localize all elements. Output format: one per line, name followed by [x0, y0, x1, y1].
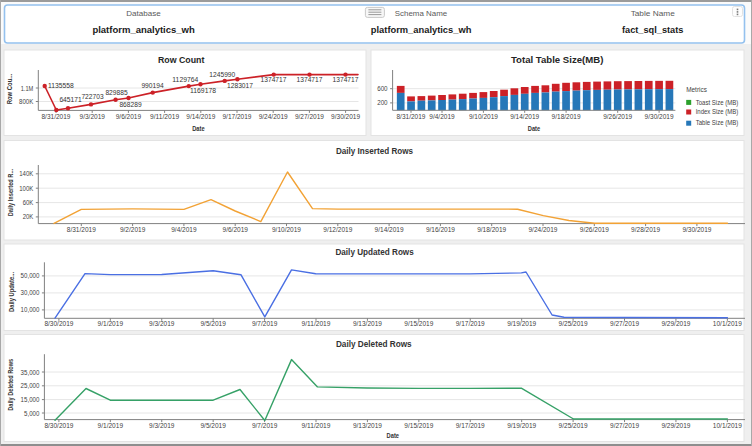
svg-text:10,000: 10,000 — [21, 306, 40, 313]
svg-text:9/26/2019: 9/26/2019 — [603, 113, 632, 120]
svg-text:1129764: 1129764 — [172, 76, 198, 83]
svg-text:Date: Date — [528, 125, 540, 132]
svg-text:Database: Database — [126, 9, 161, 18]
svg-text:645171: 645171 — [59, 96, 81, 103]
svg-text:Schema Name: Schema Name — [395, 9, 448, 18]
svg-text:9/3/2019: 9/3/2019 — [80, 113, 105, 120]
svg-text:1135558: 1135558 — [48, 82, 74, 89]
svg-text:Total Table Size(MB): Total Table Size(MB) — [511, 55, 604, 65]
svg-text:1374717: 1374717 — [333, 76, 359, 83]
svg-text:9/10/2019: 9/10/2019 — [469, 113, 498, 120]
svg-text:30,000: 30,000 — [21, 289, 40, 296]
svg-text:9/2/2019: 9/2/2019 — [120, 226, 145, 233]
svg-text:1283017: 1283017 — [227, 82, 253, 89]
svg-text:20K: 20K — [23, 213, 34, 220]
svg-text:Table Size (MB): Table Size (MB) — [696, 119, 739, 127]
svg-text:15,000: 15,000 — [21, 396, 40, 403]
svg-text:1245990: 1245990 — [209, 71, 235, 78]
svg-text:8/31/2019: 8/31/2019 — [42, 113, 71, 120]
svg-text:35,000: 35,000 — [21, 369, 40, 376]
svg-text:9/17/2019: 9/17/2019 — [456, 320, 485, 327]
svg-text:Date: Date — [387, 432, 399, 439]
svg-text:9/19/2019: 9/19/2019 — [507, 320, 536, 327]
svg-text:Index Size (MB): Index Size (MB) — [696, 108, 739, 116]
svg-text:9/6/2019: 9/6/2019 — [223, 226, 248, 233]
svg-text:9/13/2019: 9/13/2019 — [353, 320, 382, 327]
svg-text:1.1M: 1.1M — [21, 85, 34, 92]
svg-text:Daily Inserted R...: Daily Inserted R... — [7, 169, 15, 217]
svg-text:Row Cou...: Row Cou... — [6, 74, 13, 105]
svg-text:9/11/2019: 9/11/2019 — [302, 320, 331, 327]
svg-text:10/1/2019: 10/1/2019 — [713, 422, 742, 429]
svg-text:Date: Date — [192, 125, 204, 132]
svg-text:platform_analytics_wh: platform_analytics_wh — [92, 24, 195, 35]
svg-text:9/10/2019: 9/10/2019 — [272, 226, 301, 233]
svg-text:8/30/2019: 8/30/2019 — [44, 320, 73, 327]
svg-text:Daily Deleted Rows: Daily Deleted Rows — [336, 339, 412, 349]
svg-text:9/14/2019: 9/14/2019 — [186, 113, 215, 120]
svg-text:9/18/2019: 9/18/2019 — [477, 226, 506, 233]
svg-text:Daily Update...: Daily Update... — [8, 272, 16, 312]
svg-text:9/1/2019: 9/1/2019 — [98, 320, 123, 327]
svg-text:9/24/2019: 9/24/2019 — [529, 226, 558, 233]
svg-text:9/19/2019: 9/19/2019 — [507, 422, 536, 429]
svg-text:9/4/2019: 9/4/2019 — [429, 113, 454, 120]
svg-text:platform_analytics_wh: platform_analytics_wh — [371, 24, 472, 35]
svg-text:9/27/2019: 9/27/2019 — [295, 113, 324, 120]
svg-text:9/5/2019: 9/5/2019 — [200, 422, 225, 429]
svg-text:9/1/2019: 9/1/2019 — [98, 422, 123, 429]
svg-text:829885: 829885 — [105, 89, 127, 96]
svg-text:9/7/2019: 9/7/2019 — [252, 320, 277, 327]
svg-text:9/5/2019: 9/5/2019 — [200, 320, 225, 327]
svg-text:9/29/2019: 9/29/2019 — [661, 422, 690, 429]
svg-text:8/30/2019: 8/30/2019 — [44, 422, 73, 429]
svg-text:9/28/2019: 9/28/2019 — [631, 226, 660, 233]
svg-text:9/13/2019: 9/13/2019 — [353, 422, 382, 429]
svg-text:9/30/2019: 9/30/2019 — [682, 226, 711, 233]
svg-text:Daily Inserted Rows: Daily Inserted Rows — [336, 146, 413, 156]
svg-text:9/14/2019: 9/14/2019 — [510, 113, 539, 120]
svg-text:1169178: 1169178 — [190, 87, 216, 94]
svg-text:9/16/2019: 9/16/2019 — [426, 226, 455, 233]
svg-text:Daily Deleted Rows: Daily Deleted Rows — [7, 359, 15, 411]
svg-text:9/15/2019: 9/15/2019 — [404, 422, 433, 429]
svg-text:9/7/2019: 9/7/2019 — [252, 422, 277, 429]
svg-text:9/25/2019: 9/25/2019 — [559, 320, 588, 327]
svg-text:Metrics: Metrics — [686, 86, 707, 93]
svg-text:9/3/2019: 9/3/2019 — [149, 422, 174, 429]
svg-text:800K: 800K — [19, 98, 34, 105]
svg-text:9/27/2019: 9/27/2019 — [610, 320, 639, 327]
svg-text:9/25/2019: 9/25/2019 — [559, 422, 588, 429]
svg-text:fact_sql_stats: fact_sql_stats — [622, 24, 683, 35]
svg-text:722703: 722703 — [81, 93, 103, 100]
svg-text:9/11/2019: 9/11/2019 — [302, 422, 331, 429]
svg-text:9/24/2019: 9/24/2019 — [259, 113, 288, 120]
svg-text:9/3/2019: 9/3/2019 — [149, 320, 174, 327]
svg-text:9/15/2019: 9/15/2019 — [404, 320, 433, 327]
svg-text:5,000: 5,000 — [24, 410, 39, 417]
svg-text:60K: 60K — [23, 199, 34, 206]
svg-text:9/30/2019: 9/30/2019 — [645, 113, 674, 120]
svg-text:Row Count: Row Count — [158, 55, 205, 65]
svg-text:9/30/2019: 9/30/2019 — [331, 113, 360, 120]
svg-text:600: 600 — [377, 85, 387, 92]
svg-text:9/17/2019: 9/17/2019 — [223, 113, 252, 120]
svg-text:140K: 140K — [19, 170, 33, 177]
svg-text:9/4/2019: 9/4/2019 — [171, 226, 196, 233]
svg-text:9/27/2019: 9/27/2019 — [610, 422, 639, 429]
svg-text:9/29/2019: 9/29/2019 — [661, 320, 690, 327]
svg-text:9/6/2019: 9/6/2019 — [116, 113, 141, 120]
svg-text:9/11/2019: 9/11/2019 — [150, 113, 179, 120]
svg-text:1374717: 1374717 — [261, 76, 287, 83]
svg-text:25,000: 25,000 — [21, 382, 40, 389]
svg-text:868289: 868289 — [119, 101, 141, 108]
svg-text:Table Name: Table Name — [631, 9, 676, 18]
svg-text:8/31/2019: 8/31/2019 — [397, 113, 426, 120]
svg-text:990194: 990194 — [141, 82, 163, 89]
svg-text:9/14/2019: 9/14/2019 — [375, 226, 404, 233]
svg-text:9/17/2019: 9/17/2019 — [456, 422, 485, 429]
svg-text:10/1/2019: 10/1/2019 — [713, 320, 742, 327]
svg-text:9/12/2019: 9/12/2019 — [323, 226, 352, 233]
svg-text:Toast Size (MB): Toast Size (MB) — [696, 99, 739, 107]
svg-text:200: 200 — [377, 99, 387, 106]
